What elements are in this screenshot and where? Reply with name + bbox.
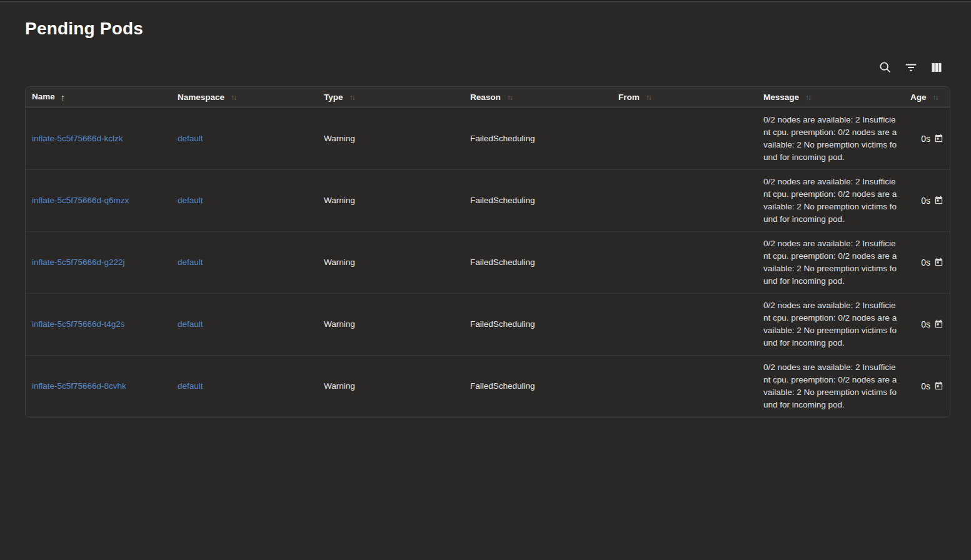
namespace-cell: default — [171, 169, 318, 231]
pending-pods-table-card: Name↑ Namespace↑↓ Type↑↓ Reason↑↓ From↑↓ — [25, 86, 950, 418]
sort-icon: ↑↓ — [805, 94, 810, 101]
column-header-message[interactable]: Message↑↓ — [757, 87, 904, 108]
age-value: 0s — [921, 134, 930, 144]
pod-name-cell: inflate-5c5f75666d-kclzk — [26, 108, 171, 169]
column-header-from[interactable]: From↑↓ — [612, 87, 757, 108]
sort-icon: ↑↓ — [933, 94, 938, 101]
reason-cell: FailedScheduling — [464, 108, 612, 169]
namespace-cell: default — [171, 231, 318, 293]
namespace-cell: default — [171, 108, 318, 169]
table-row: inflate-5c5f75666d-g222j default Warning… — [26, 231, 950, 293]
pending-pods-table: Name↑ Namespace↑↓ Type↑↓ Reason↑↓ From↑↓ — [26, 87, 950, 417]
namespace-cell: default — [171, 355, 318, 417]
from-cell — [612, 169, 757, 231]
type-cell: Warning — [318, 231, 464, 293]
column-header-label: Name — [32, 92, 55, 101]
namespace-cell: default — [171, 293, 318, 355]
sort-icon: ↑↓ — [231, 94, 236, 101]
table-row: inflate-5c5f75666d-t4g2s default Warning… — [26, 293, 950, 355]
namespace-link[interactable]: default — [178, 134, 203, 143]
pod-name-cell: inflate-5c5f75666d-g222j — [26, 231, 171, 293]
age-cell: 0s — [904, 231, 950, 293]
age-value: 0s — [921, 381, 930, 391]
search-button[interactable] — [878, 61, 893, 76]
calendar-icon — [934, 319, 943, 329]
table-row: inflate-5c5f75666d-8cvhk default Warning… — [26, 355, 950, 417]
age-cell: 0s — [904, 108, 950, 169]
from-cell — [612, 355, 757, 417]
table-body: inflate-5c5f75666d-kclzk default Warning… — [26, 108, 950, 417]
column-header-age[interactable]: Age↑↓ — [904, 87, 950, 108]
age-value: 0s — [921, 319, 930, 329]
sort-ascending-icon: ↑ — [61, 92, 66, 102]
message-cell: 0/2 nodes are available: 2 Insufficient … — [757, 231, 904, 293]
table-row: inflate-5c5f75666d-q6mzx default Warning… — [26, 169, 950, 231]
column-header-name[interactable]: Name↑ — [26, 87, 171, 108]
column-header-label: Reason — [470, 92, 501, 102]
column-header-label: Namespace — [178, 92, 224, 102]
column-header-label: Type — [324, 92, 343, 102]
filter-icon — [904, 61, 918, 76]
namespace-link[interactable]: default — [178, 258, 203, 267]
reason-cell: FailedScheduling — [464, 231, 612, 293]
namespace-link[interactable]: default — [178, 319, 203, 329]
pod-name-cell: inflate-5c5f75666d-t4g2s — [26, 293, 171, 355]
sort-icon: ↑↓ — [350, 94, 355, 101]
message-cell: 0/2 nodes are available: 2 Insufficient … — [757, 169, 904, 231]
sort-icon: ↑↓ — [507, 94, 512, 101]
reason-cell: FailedScheduling — [464, 355, 612, 417]
page-title: Pending Pods — [25, 16, 949, 41]
message-cell: 0/2 nodes are available: 2 Insufficient … — [757, 108, 904, 169]
column-header-label: Age — [910, 92, 927, 102]
reason-cell: FailedScheduling — [464, 293, 612, 355]
pending-pods-page: Pending Pods — [0, 16, 971, 418]
message-cell: 0/2 nodes are available: 2 Insufficient … — [757, 355, 904, 417]
calendar-icon — [934, 381, 943, 391]
column-header-type[interactable]: Type↑↓ — [318, 87, 464, 108]
calendar-icon — [934, 196, 943, 205]
table-row: inflate-5c5f75666d-kclzk default Warning… — [26, 108, 950, 169]
calendar-icon — [934, 134, 943, 143]
reason-cell: FailedScheduling — [464, 169, 612, 231]
column-header-namespace[interactable]: Namespace↑↓ — [171, 87, 318, 108]
age-value: 0s — [921, 196, 930, 206]
calendar-icon — [934, 258, 943, 267]
namespace-link[interactable]: default — [178, 196, 203, 205]
column-header-reason[interactable]: Reason↑↓ — [464, 87, 612, 108]
age-value: 0s — [921, 258, 930, 268]
pod-name-cell: inflate-5c5f75666d-8cvhk — [26, 355, 171, 417]
pod-name-link[interactable]: inflate-5c5f75666d-g222j — [32, 258, 125, 267]
columns-button[interactable] — [929, 61, 944, 76]
type-cell: Warning — [318, 293, 464, 355]
table-toolbar — [25, 59, 944, 78]
pod-name-cell: inflate-5c5f75666d-q6mzx — [26, 169, 171, 231]
type-cell: Warning — [318, 108, 464, 169]
pod-name-link[interactable]: inflate-5c5f75666d-q6mzx — [32, 196, 129, 205]
from-cell — [612, 231, 757, 293]
from-cell — [612, 108, 757, 169]
pod-name-link[interactable]: inflate-5c5f75666d-t4g2s — [32, 319, 125, 329]
filter-button[interactable] — [903, 61, 918, 76]
table-header-row: Name↑ Namespace↑↓ Type↑↓ Reason↑↓ From↑↓ — [26, 87, 950, 108]
message-cell: 0/2 nodes are available: 2 Insufficient … — [757, 293, 904, 355]
column-header-label: Message — [763, 92, 799, 102]
age-cell: 0s — [904, 169, 950, 231]
column-header-label: From — [618, 92, 640, 102]
pod-name-link[interactable]: inflate-5c5f75666d-kclzk — [32, 134, 123, 143]
search-icon — [878, 61, 892, 76]
type-cell: Warning — [318, 355, 464, 417]
columns-icon — [930, 61, 943, 76]
pod-name-link[interactable]: inflate-5c5f75666d-8cvhk — [32, 381, 126, 391]
from-cell — [612, 293, 757, 355]
namespace-link[interactable]: default — [178, 381, 203, 391]
top-accent-bar — [0, 1, 971, 2]
type-cell: Warning — [318, 169, 464, 231]
age-cell: 0s — [904, 293, 950, 355]
age-cell: 0s — [904, 355, 950, 417]
sort-icon: ↑↓ — [646, 94, 651, 101]
